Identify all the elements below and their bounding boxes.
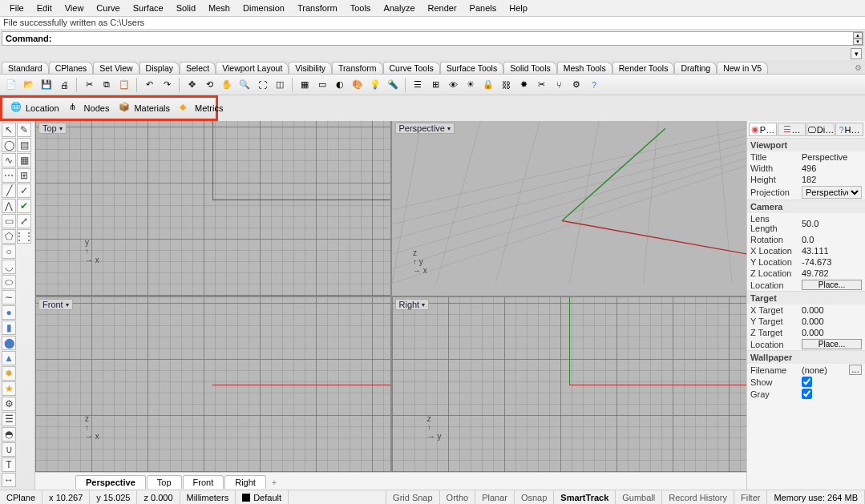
- text-icon[interactable]: T: [2, 458, 16, 472]
- command-line[interactable]: Command: ▲ ▼: [2, 31, 863, 46]
- add-viewport-tab-icon[interactable]: +: [267, 478, 281, 487]
- options-icon[interactable]: ⚙: [568, 77, 584, 93]
- polyline-icon[interactable]: ⋀: [2, 199, 16, 213]
- spotlight-icon[interactable]: 🔦: [385, 77, 401, 93]
- viewport-right-label[interactable]: Right▾: [395, 299, 430, 310]
- points-icon[interactable]: ⋯: [2, 168, 16, 183]
- viewport-perspective-label[interactable]: Perspective▾: [395, 123, 455, 134]
- lasso-icon[interactable]: ◯: [2, 138, 16, 152]
- named-view-icon[interactable]: ▭: [314, 77, 330, 93]
- show-icon[interactable]: ☀: [463, 77, 479, 93]
- tab-viewportlayout[interactable]: Viewport Layout: [216, 62, 289, 74]
- properties-icon[interactable]: ⊞: [427, 77, 443, 93]
- viewport-right[interactable]: Right▾ z↑→ y: [392, 297, 747, 472]
- trim-icon[interactable]: ✂: [533, 77, 549, 93]
- prop-xtarget-value[interactable]: 0.000: [802, 305, 862, 315]
- zoom-window-icon[interactable]: ◫: [272, 77, 288, 93]
- show-wallpaper-checkbox[interactable]: [802, 377, 812, 387]
- viewport-front[interactable]: Front▾ z↑→ x: [35, 297, 390, 472]
- prop-lens-value[interactable]: 50.0: [802, 219, 862, 228]
- viewport-perspective[interactable]: Perspective▾ z↑ y→ x: [392, 121, 747, 296]
- split-icon[interactable]: ⑂: [551, 77, 567, 93]
- arc-icon[interactable]: ◡: [2, 260, 16, 274]
- open-icon[interactable]: 📂: [21, 77, 37, 93]
- explode-icon[interactable]: ✸: [515, 77, 532, 93]
- menu-edit[interactable]: Edit: [30, 2, 59, 14]
- circle-icon[interactable]: ○: [2, 244, 16, 259]
- gray-wallpaper-checkbox[interactable]: [802, 389, 812, 399]
- move-icon[interactable]: ✥: [184, 77, 200, 93]
- arrow-down-icon[interactable]: ▼: [853, 38, 863, 45]
- toggle-recordhistory[interactable]: Record History: [662, 490, 734, 504]
- cut-icon[interactable]: ✂: [81, 77, 97, 93]
- tab-surfacetools[interactable]: Surface Tools: [440, 62, 503, 74]
- box-icon[interactable]: ▮: [2, 321, 16, 335]
- menu-solid[interactable]: Solid: [170, 2, 202, 14]
- cplane-icon[interactable]: ▦: [297, 77, 313, 93]
- ellipse-icon[interactable]: ⬭: [2, 275, 16, 289]
- settings-tool-icon[interactable]: ⚙: [2, 397, 16, 411]
- viewport-top-label[interactable]: Top▾: [38, 123, 67, 134]
- menu-help[interactable]: Help: [503, 2, 534, 14]
- toolbar-gear-icon[interactable]: ⚙: [855, 63, 862, 72]
- lock-icon[interactable]: 🔒: [480, 77, 496, 93]
- browse-wallpaper-button[interactable]: …: [849, 365, 862, 375]
- layer-tool-icon[interactable]: ☰: [2, 412, 16, 426]
- status-units[interactable]: Millimeters: [180, 490, 236, 504]
- place-camera-button[interactable]: Place...: [802, 280, 862, 290]
- redo-icon[interactable]: ↷: [159, 77, 175, 93]
- chevron-down-icon[interactable]: ▾: [66, 301, 69, 308]
- layers-icon[interactable]: ☰: [410, 77, 426, 93]
- panel-tab-help[interactable]: ?H…: [835, 123, 863, 136]
- tab-curvetools[interactable]: Curve Tools: [383, 62, 440, 74]
- menu-view[interactable]: View: [59, 2, 91, 14]
- command-input[interactable]: [55, 33, 853, 44]
- menu-file[interactable]: File: [3, 2, 30, 14]
- toggle-osnap[interactable]: Osnap: [515, 490, 554, 504]
- vptab-top[interactable]: Top: [147, 475, 182, 489]
- tab-newinv5[interactable]: New in V5: [717, 62, 768, 74]
- boolean-icon[interactable]: ◓: [2, 427, 16, 442]
- tab-drafting[interactable]: Drafting: [674, 62, 717, 74]
- curve-icon[interactable]: ∿: [2, 153, 16, 167]
- copy-icon[interactable]: ⧉: [99, 77, 115, 93]
- prop-ytarget-value[interactable]: 0.000: [802, 317, 862, 326]
- tab-visibility[interactable]: Visibility: [289, 62, 332, 74]
- toggle-filter[interactable]: Filter: [734, 490, 767, 504]
- pan-icon[interactable]: ✋: [219, 77, 235, 93]
- menu-transform[interactable]: Transform: [291, 2, 344, 14]
- tab-setview[interactable]: Set View: [93, 62, 139, 74]
- annotation-icon[interactable]: ✎: [17, 123, 31, 137]
- pointer-icon[interactable]: ↖: [2, 123, 16, 137]
- undo-icon[interactable]: ↶: [141, 77, 157, 93]
- render-icon[interactable]: 🎨: [350, 77, 366, 93]
- light-icon[interactable]: 💡: [367, 77, 383, 93]
- menu-panels[interactable]: Panels: [463, 2, 503, 14]
- panel-tab-properties[interactable]: ◉P…: [749, 123, 777, 136]
- mesh-icon[interactable]: ▦: [17, 153, 31, 167]
- panel-tab-layers[interactable]: ☰…: [778, 123, 806, 136]
- dimension-icon[interactable]: ↔: [2, 473, 16, 487]
- toggle-gumball[interactable]: Gumball: [616, 490, 662, 504]
- explode-tool-icon[interactable]: ✸: [2, 366, 16, 381]
- prop-yloc-value[interactable]: -74.673: [802, 257, 862, 267]
- toggle-smarttrack[interactable]: SmartTrack: [554, 490, 616, 504]
- new-icon[interactable]: 📄: [3, 77, 19, 93]
- help-icon[interactable]: ?: [586, 77, 602, 93]
- join-icon[interactable]: ⛓: [498, 77, 514, 93]
- menu-dimension[interactable]: Dimension: [236, 2, 291, 14]
- prop-xloc-value[interactable]: 43.111: [802, 246, 862, 256]
- check-icon[interactable]: ✔: [17, 199, 31, 213]
- menu-render[interactable]: Render: [422, 2, 463, 14]
- chevron-down-icon[interactable]: ▾: [59, 125, 63, 132]
- vptab-perspective[interactable]: Perspective: [75, 475, 146, 489]
- tab-transform[interactable]: Transform: [332, 62, 382, 74]
- arrow-up-icon[interactable]: ▲: [853, 32, 863, 38]
- command-history-arrows[interactable]: ▲ ▼: [853, 32, 863, 45]
- zoom-icon[interactable]: 🔍: [236, 77, 253, 93]
- prop-zloc-value[interactable]: 49.782: [802, 268, 862, 278]
- shade-icon[interactable]: ◐: [332, 77, 348, 93]
- toggle-planar[interactable]: Planar: [475, 490, 515, 504]
- tab-solidtools[interactable]: Solid Tools: [503, 62, 557, 74]
- array-icon[interactable]: ⋮⋮: [17, 229, 31, 244]
